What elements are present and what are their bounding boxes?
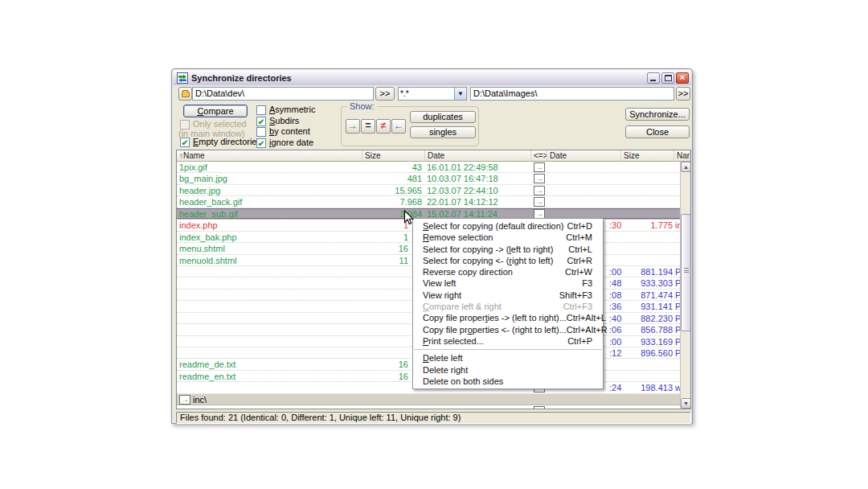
menu-item-print-selected[interactable]: Print selected...Ctrl+P — [413, 335, 603, 347]
empty-directories-checkbox[interactable]: ✔ — [180, 138, 190, 147]
table-row[interactable]: header_back.gif7.96822.01.07 14:12:12→ — [177, 196, 680, 208]
show-copy-left-button[interactable]: ← — [391, 119, 406, 134]
table-row[interactable]: 1pix.gif4316.01.01 22:49:58→ — [177, 162, 680, 173]
minimize-button[interactable] — [647, 72, 660, 84]
show-copy-right-button[interactable]: → — [346, 119, 360, 134]
chevron-down-icon[interactable]: ▼ — [454, 88, 466, 100]
menu-item-delete-on-both-sides[interactable]: Delete on both sides — [413, 376, 603, 387]
checkbox-ignore-date-label: ignore date — [269, 138, 313, 147]
menu-separator — [414, 349, 602, 350]
vertical-scrollbar[interactable]: ▲ ▼ — [680, 162, 690, 409]
folder-icon — [182, 92, 190, 97]
cell-ld: 22.01.07 14:12:12 — [427, 197, 530, 208]
cell-rs: 871.474 — [621, 290, 673, 301]
menu-item-shortcut: Ctrl+M — [566, 232, 592, 243]
column-header-date[interactable]: Date — [425, 150, 531, 162]
folder-row[interactable]: →inc\ — [177, 394, 680, 405]
menu-item-select-for-copying-default-direction[interactable]: Select for copying (default direction)Ct… — [413, 220, 603, 232]
desktop: { "window": { "title": "Synchronize dire… — [0, 0, 868, 489]
cell-ln: menuold.shtml — [179, 256, 361, 266]
filter-combobox[interactable]: *.* ▼ — [398, 87, 467, 101]
cell-rd: :08 — [609, 290, 622, 301]
cell-fname: inc\ — [193, 395, 207, 405]
left-dir-history-button[interactable] — [178, 87, 192, 101]
direction-arrow-icon: → — [534, 186, 545, 195]
window-controls: × — [647, 72, 689, 84]
checkbox-by-content-label: by content — [269, 126, 310, 136]
cell-ls: 1 — [362, 220, 408, 231]
menu-item-view-right[interactable]: View rightShift+F3 — [413, 290, 603, 301]
scroll-down-button[interactable]: ▼ — [681, 398, 691, 409]
compare-button[interactable]: Compare — [183, 105, 248, 117]
menu-item-shortcut: Ctrl+L — [568, 244, 592, 255]
menu-item-select-for-copying-right-to-left[interactable]: Select for copying <- (right to left)Ctr… — [413, 255, 603, 266]
cell-rd: :30 — [609, 220, 622, 231]
checkbox-asymmetric[interactable]: ✔ — [256, 105, 266, 115]
menu-item-delete-left[interactable]: Delete left — [413, 352, 603, 364]
menu-item-label: Copy file properties <- (right to left).… — [423, 324, 567, 335]
cell-ls: 16 — [362, 360, 408, 370]
singles-button[interactable]: singles — [410, 126, 476, 138]
cell-ln: readme_en.txt — [179, 372, 361, 382]
menu-item-compare-left-right[interactable]: Compare left & rightCtrl+F3 — [413, 301, 603, 312]
direction-arrow-icon — [534, 406, 545, 409]
cell-ln: index_bak.php — [179, 232, 361, 243]
left-expand-button[interactable]: >> — [375, 87, 395, 101]
table-row[interactable]: header.jpg15.96512.03.07 22:44:10→ — [177, 185, 680, 196]
checkbox-asymmetric-label: Asymmetric — [269, 105, 315, 114]
checkbox-by-content[interactable]: ✔ — [256, 127, 266, 137]
menu-item-label: Select for copying (default direction) — [423, 220, 564, 232]
maximize-icon — [665, 75, 672, 81]
cell-ld: 12.03.07 22:44:10 — [427, 186, 530, 196]
cell-ln: bg_main.jpg — [179, 174, 361, 184]
menu-item-delete-right[interactable]: Delete right — [413, 364, 603, 376]
table-row[interactable] — [177, 405, 680, 409]
show-equal-button[interactable]: = — [361, 119, 375, 134]
cell-ld: 16.01.01 22:49:58 — [427, 162, 530, 173]
menu-item-label: Print selected... — [423, 335, 484, 347]
cell-rs: 198.413 — [621, 383, 673, 393]
menu-item-view-left[interactable]: View leftF3 — [413, 277, 603, 289]
menu-item-copy-file-properties-left-to-right[interactable]: Copy file properties -> (left to right).… — [413, 312, 603, 323]
cell-rs: 882.230 — [621, 314, 673, 324]
menu-item-shortcut: Ctrl+W — [565, 266, 592, 277]
right-path-input[interactable]: D:\Data\Images\ — [470, 87, 674, 101]
checkbox-subdirs[interactable]: ✔ — [256, 117, 266, 126]
checkbox-ignore-date[interactable]: ✔ — [256, 138, 266, 148]
column-header-[interactable]: <=> — [531, 150, 547, 162]
close-button[interactable]: Close — [625, 125, 690, 138]
menu-item-shortcut: Shift+F3 — [559, 290, 592, 301]
maximize-button[interactable] — [661, 72, 674, 84]
cell-ln: header_back.gif — [179, 197, 361, 208]
column-header-size[interactable]: Size — [621, 150, 674, 162]
column-header-date[interactable]: Date — [547, 150, 621, 162]
title-bar[interactable]: Synchronize directories × — [173, 70, 691, 85]
menu-item-copy-file-properties-right-to-left[interactable]: Copy file properties <- (right to left).… — [413, 324, 603, 335]
scroll-up-button[interactable]: ▲ — [681, 162, 691, 172]
menu-item-remove-selection[interactable]: Remove selectionCtrl+M — [413, 232, 603, 243]
duplicates-button[interactable]: duplicates — [410, 111, 476, 123]
scrollbar-thumb[interactable] — [681, 214, 691, 331]
menu-item-label: Compare left & right — [423, 301, 502, 312]
column-header-name[interactable]: ↑Name — [177, 150, 362, 162]
left-path-input[interactable]: D:\Data\dev\ — [192, 87, 374, 101]
synchronize-button[interactable]: Synchronize... — [625, 108, 690, 121]
menu-item-label: Delete right — [423, 364, 468, 376]
column-header-name[interactable]: Name — [674, 150, 690, 162]
menu-item-label: Select for copying <- (right to left) — [423, 255, 553, 266]
column-header-size[interactable]: Size — [362, 150, 425, 162]
cell-rd: :12 — [609, 348, 622, 359]
checkbox-subdirs-label: Subdirs — [269, 116, 299, 125]
close-window-button[interactable]: × — [676, 72, 689, 84]
empty-directories-label: Empty directories — [193, 137, 261, 146]
show-not-equal-button[interactable]: ≠ — [376, 119, 391, 134]
right-expand-button[interactable]: >> — [676, 87, 690, 101]
cell-rd: :06 — [609, 325, 622, 335]
cell-ln: menu.shtml — [179, 244, 361, 254]
table-row[interactable]: bg_main.jpg48110.03.07 16:47:18→ — [177, 173, 680, 184]
menu-item-select-for-copying-left-to-right[interactable]: Select for copying -> (left to right)Ctr… — [413, 244, 603, 255]
menu-item-shortcut: Ctrl+F3 — [563, 301, 592, 312]
cell-rs: 881.194 — [621, 267, 673, 277]
menu-item-reverse-copy-direction[interactable]: Reverse copy directionCtrl+W — [413, 266, 603, 277]
menu-item-label: View left — [423, 277, 456, 289]
